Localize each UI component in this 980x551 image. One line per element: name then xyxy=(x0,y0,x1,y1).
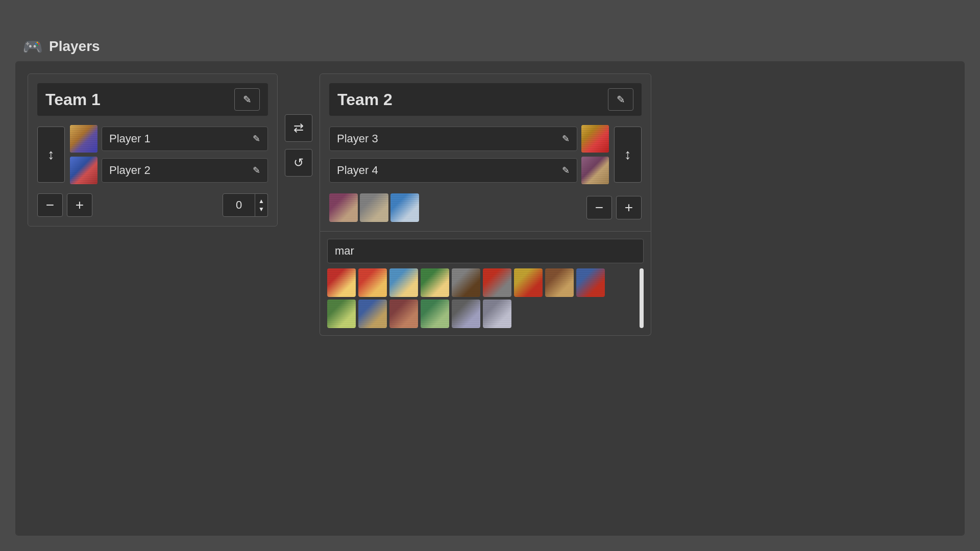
player4-name-box: Player 4 ✎ xyxy=(329,158,577,183)
player1-name-box: Player 1 ✎ xyxy=(102,127,268,151)
team1-player-list: Player 1 ✎ Player 2 ✎ xyxy=(70,125,268,184)
team2-sort-button[interactable]: ↕ xyxy=(614,127,642,183)
player3-edit-button[interactable]: ✎ xyxy=(562,133,570,144)
list-item[interactable] xyxy=(358,299,387,328)
team1-plus-button[interactable]: + xyxy=(67,193,92,217)
page-title: Players xyxy=(49,38,100,55)
team2-player-list: Player 3 ✎ Player 4 xyxy=(329,125,609,184)
player2-name: Player 2 xyxy=(109,164,151,177)
selected-chars-preview xyxy=(329,193,419,222)
team2-panel: Team 2 ✎ Player 3 ✎ xyxy=(320,73,651,232)
scrollbar[interactable] xyxy=(640,268,644,328)
list-item[interactable] xyxy=(421,268,449,297)
list-item[interactable] xyxy=(358,268,387,297)
list-item[interactable] xyxy=(421,299,449,328)
list-item[interactable] xyxy=(389,299,418,328)
team2-footer: − + xyxy=(329,193,642,222)
player1-edit-button[interactable]: ✎ xyxy=(253,133,260,144)
list-item[interactable] xyxy=(514,268,543,297)
team2-players: Player 3 ✎ Player 4 xyxy=(329,125,642,184)
selected-char-2[interactable] xyxy=(360,193,388,222)
avatar xyxy=(70,157,97,184)
team1-score: 0 xyxy=(223,193,255,217)
selected-char-1[interactable] xyxy=(329,193,358,222)
avatar xyxy=(581,125,609,153)
header: 🎮 Players xyxy=(22,37,100,56)
char-grid-container xyxy=(327,268,644,328)
team2-minus-button[interactable]: − xyxy=(586,196,612,219)
main-container: Team 1 ✎ ↕ Player 1 ✎ xyxy=(15,61,965,536)
middle-controls: ⇄ ↺ xyxy=(278,114,320,177)
team2-header: Team 2 ✎ xyxy=(329,83,642,116)
swap-button[interactable]: ⇄ xyxy=(285,114,312,142)
list-item[interactable] xyxy=(452,268,480,297)
team1-footer: − + 0 ▲▼ xyxy=(37,193,268,217)
table-row: Player 4 ✎ xyxy=(329,157,609,184)
team1-sort-button[interactable]: ↕ xyxy=(37,127,65,183)
char-grid xyxy=(327,268,635,328)
avatar xyxy=(581,157,609,184)
list-item[interactable] xyxy=(327,299,356,328)
list-item[interactable] xyxy=(483,299,511,328)
team2-plus-button[interactable]: + xyxy=(616,196,642,219)
table-row: Player 1 ✎ xyxy=(70,125,268,153)
list-item[interactable] xyxy=(389,268,418,297)
player1-name: Player 1 xyxy=(109,132,151,145)
team2-section: Team 2 ✎ Player 3 ✎ xyxy=(320,73,651,336)
team1-header: Team 1 ✎ xyxy=(37,83,268,116)
player4-edit-button[interactable]: ✎ xyxy=(562,165,570,176)
player3-name: Player 3 xyxy=(337,132,378,145)
player2-edit-button[interactable]: ✎ xyxy=(253,165,260,176)
list-item[interactable] xyxy=(545,268,574,297)
list-item[interactable] xyxy=(483,268,511,297)
list-item[interactable] xyxy=(327,268,356,297)
team2-name: Team 2 xyxy=(337,90,393,109)
team1-players: ↕ Player 1 ✎ xyxy=(37,125,268,184)
team1-minus-button[interactable]: − xyxy=(37,193,63,217)
list-item[interactable] xyxy=(576,268,605,297)
selected-char-3[interactable] xyxy=(390,193,419,222)
team2-edit-button[interactable]: ✎ xyxy=(608,88,633,111)
team1-name: Team 1 xyxy=(45,90,101,109)
character-picker xyxy=(320,232,651,336)
gamepad-icon: 🎮 xyxy=(22,37,43,56)
undo-button[interactable]: ↺ xyxy=(285,149,312,177)
player2-name-box: Player 2 ✎ xyxy=(102,158,268,183)
teams-row: Team 1 ✎ ↕ Player 1 ✎ xyxy=(28,73,952,336)
table-row: Player 2 ✎ xyxy=(70,157,268,184)
team1-score-spinner[interactable]: ▲▼ xyxy=(255,193,268,217)
list-item[interactable] xyxy=(452,299,480,328)
avatar xyxy=(70,125,97,153)
player3-name-box: Player 3 ✎ xyxy=(329,127,577,151)
table-row: Player 3 ✎ xyxy=(329,125,609,153)
player4-name: Player 4 xyxy=(337,164,378,177)
team1-edit-button[interactable]: ✎ xyxy=(234,88,260,111)
search-input[interactable] xyxy=(327,239,644,263)
team1-panel: Team 1 ✎ ↕ Player 1 ✎ xyxy=(28,73,278,227)
